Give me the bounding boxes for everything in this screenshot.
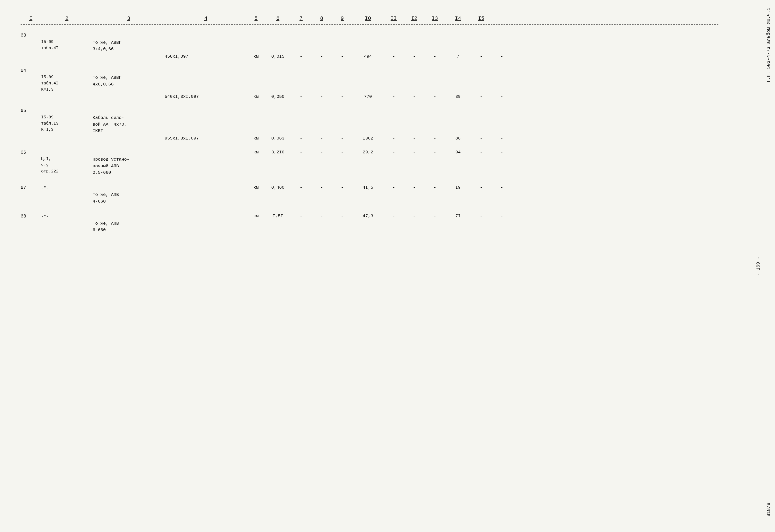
entry-65: 65 I5-09 табл.I3 К=I,3 Кабель сило- вой …: [21, 108, 736, 141]
col-header-15: I5: [471, 15, 492, 21]
col-header-4: 4: [165, 15, 247, 21]
entry-63-val15: -: [471, 54, 492, 59]
entry-64-formula: 540xI,3xI,097: [165, 94, 247, 99]
column-headers: I 2 3 4 5 6 7 8 9: [21, 15, 718, 25]
col-header-13: I3: [425, 15, 445, 21]
entry-63-val9: -: [332, 54, 352, 59]
right-header-text: Т.П. 503-4-73 альбом УШ.ч.1: [766, 8, 771, 83]
entry-64-top: 64 I5-09 табл.4I К=I,3 То же, АВВГ 4x6,0…: [21, 68, 736, 93]
page-number: - 169 -: [756, 256, 761, 276]
entry-68-top: 68 -"- То же, АПВ 6-660 км I,5I - - - 47…: [21, 213, 736, 233]
entry-66: 66 Ц.I, ч.у отр.222 Провод устано- вочны…: [21, 150, 736, 176]
entry-64: 64 I5-09 табл.4I К=I,3 То же, АВВГ 4x6,0…: [21, 68, 736, 99]
col-header-1: I: [21, 15, 41, 21]
entry-63-val13: -: [425, 54, 445, 59]
entry-63-val10: 494: [352, 54, 383, 59]
entry-63-bottom: 450xI,097 км 0,0I5 - - - 494: [21, 54, 736, 59]
col-header-12: I2: [404, 15, 425, 21]
col-header-5: 5: [247, 15, 265, 21]
entry-68-desc: То же, АПВ 6-660: [93, 213, 165, 233]
entry-63: 63 I5-09 табл.4I То же, АВВГ 3x4,0,66 45…: [21, 33, 736, 59]
entry-63-val12: -: [404, 54, 425, 59]
table-container: I 2 3 4 5 6 7 8 9: [21, 15, 736, 233]
entry-63-val8: -: [311, 54, 332, 59]
entry-66-desc: Провод устано- вочный АПВ 2,5-660: [93, 150, 165, 176]
col-header-6: 6: [265, 15, 291, 21]
entry-63-val7: -: [291, 54, 311, 59]
entry-63-val14: 7: [445, 54, 471, 59]
entry-68: 68 -"- То же, АПВ 6-660 км I,5I - - - 47…: [21, 213, 736, 233]
entry-64-val6: 0,050: [265, 94, 291, 99]
entry-64-unit: км: [247, 94, 265, 99]
col-header-2: 2: [41, 15, 93, 21]
entry-66-num: 66: [21, 150, 41, 155]
col-header-7: 7: [291, 15, 311, 21]
entry-63-val16: -: [492, 54, 512, 59]
entry-67-desc: То же, АПВ 4-660: [93, 185, 165, 205]
entry-65-num: 65: [21, 108, 41, 113]
entry-66-top: 66 Ц.I, ч.у отр.222 Провод устано- вочны…: [21, 150, 736, 176]
entry-63-desc: То же, АВВГ 3x4,0,66: [93, 33, 165, 52]
col-header-8: 8: [311, 15, 332, 21]
entry-63-ref: I5-09 табл.4I: [41, 33, 93, 51]
col-header-10: IO: [352, 15, 383, 21]
col-header-3: 3: [93, 15, 165, 21]
entry-67-num: 67: [21, 185, 41, 190]
col-header-14: I4: [445, 15, 471, 21]
page: Т.П. 503-4-73 альбом УШ.ч.1 818/8 - 169 …: [0, 0, 775, 532]
entry-63-formula: 450xI,097: [165, 54, 247, 59]
entry-63-val11: -: [383, 54, 404, 59]
entry-68-ref: -"-: [41, 213, 93, 220]
entry-64-desc: То же, АВВГ 4x6,0,66: [93, 68, 165, 88]
entry-67-top: 67 -"- То же, АПВ 4-660 км 0,460 - - - 4…: [21, 185, 736, 205]
entry-64-num: 64: [21, 68, 41, 73]
entry-65-formula: 955xI,3xI,097: [165, 136, 247, 141]
entry-64-ref: I5-09 табл.4I К=I,3: [41, 68, 93, 93]
entry-68-num: 68: [21, 213, 41, 219]
entry-65-desc: Кабель сило- вой ААГ 4x70, IКВТ: [93, 108, 165, 134]
entry-65-top: 65 I5-09 табл.I3 К=I,3 Кабель сило- вой …: [21, 108, 736, 134]
entry-63-unit: км: [247, 54, 265, 59]
entry-65-bottom: 955xI,3xI,097 км 0,063 - - - I362 - - - …: [21, 136, 736, 141]
entry-64-bottom: 540xI,3xI,097 км 0,050 - - - 770 - - - 3…: [21, 94, 736, 99]
entry-67-ref: -"-: [41, 185, 93, 191]
right-footer-text: 818/8: [766, 503, 771, 517]
entry-63-top: 63 I5-09 табл.4I То же, АВВГ 3x4,0,66: [21, 33, 736, 52]
col-header-11: II: [383, 15, 404, 21]
entry-67: 67 -"- То же, АПВ 4-660 км 0,460 - - - 4…: [21, 185, 736, 205]
entry-63-val6: 0,0I5: [265, 54, 291, 59]
col-header-9: 9: [332, 15, 352, 21]
entry-63-num: 63: [21, 33, 41, 38]
entry-65-ref: I5-09 табл.I3 К=I,3: [41, 108, 93, 133]
entry-66-ref: Ц.I, ч.у отр.222: [41, 150, 93, 174]
